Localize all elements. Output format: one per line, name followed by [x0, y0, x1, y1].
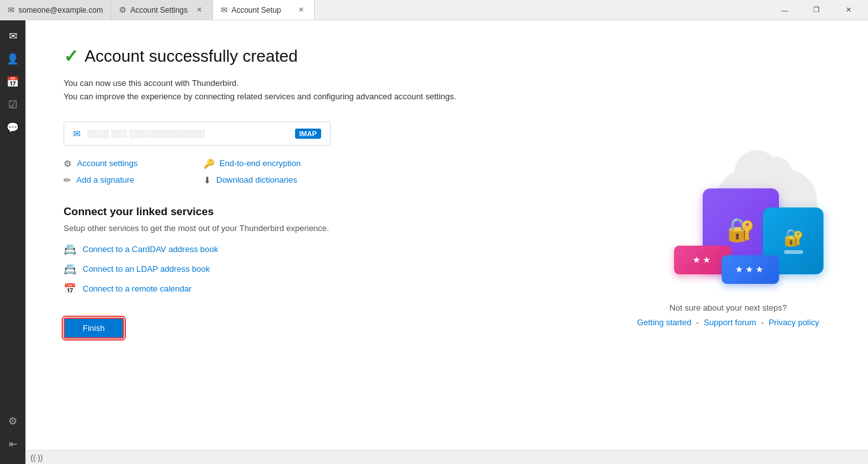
tab-setup-close[interactable]: ✕ [296, 5, 307, 15]
tab-settings-close[interactable]: ✕ [195, 5, 205, 15]
success-title: Account successfully created [85, 46, 298, 66]
action-sig-label: Add a signature [76, 175, 134, 185]
action-account-settings[interactable]: ⚙ Account settings [64, 158, 191, 169]
next-steps: Not sure about your next steps? Getting … [637, 303, 819, 327]
app-layout: ✉ 👤 📅 ☑ 💬 ⚙ ⇤ ✓ Account successfully cre… [0, 20, 868, 464]
sidebar-icon-settings[interactable]: ⚙ [3, 411, 23, 431]
service-calendar[interactable]: 📅 Connect to a remote calendar [64, 283, 601, 295]
teal-dots [784, 250, 803, 254]
sidebar: ✉ 👤 📅 ☑ 💬 ⚙ ⇤ [0, 20, 25, 464]
tab-setup-label: Account Setup [231, 6, 281, 15]
status-bar: ((·)) [25, 450, 868, 464]
service-calendar-label: Connect to a remote calendar [83, 284, 191, 293]
key-icon: 🔑 [203, 158, 214, 169]
tab-account-settings[interactable]: ⚙ Account Settings ✕ [111, 0, 213, 20]
getting-started-link[interactable]: Getting started [637, 318, 691, 327]
pink-stars: ★★ [692, 255, 713, 265]
next-steps-label: Not sure about your next steps? [637, 303, 819, 313]
sidebar-icon-collapse[interactable]: ⇤ [3, 433, 23, 454]
sidebar-icon-contacts[interactable]: 👤 [3, 48, 23, 69]
support-forum-link[interactable]: Support forum [704, 318, 756, 327]
sidebar-icon-chat[interactable]: 💬 [3, 117, 23, 137]
main-content: ✓ Account successfully created You can n… [25, 20, 868, 450]
maximize-button[interactable]: ❐ [802, 0, 831, 20]
success-desc-line1: You can now use this account with Thunde… [64, 77, 601, 90]
service-carddav[interactable]: 📇 Connect to a CardDAV address book [64, 243, 601, 255]
finish-button[interactable]: Finish [64, 318, 124, 339]
card-blue-pass: ★★★ [722, 255, 779, 284]
success-check-icon: ✓ [64, 46, 78, 67]
close-button[interactable]: ✕ [834, 0, 863, 20]
email-tab-icon: ✉ [8, 5, 15, 15]
tab-email[interactable]: ✉ someone@example.com [0, 0, 111, 20]
settings-tab-icon: ⚙ [119, 5, 127, 15]
imap-badge: IMAP [295, 129, 322, 139]
account-email-icon: ✉ [73, 129, 81, 139]
service-ldap[interactable]: 📇 Connect to an LDAP address book [64, 263, 601, 275]
account-info: ░░░░ ░░░ ░░░░░░░░░░░░░░ [87, 129, 205, 138]
linked-services-desc: Setup other services to get the most out… [64, 223, 601, 233]
success-header: ✓ Account successfully created [64, 46, 601, 67]
action-grid: ⚙ Account settings 🔑 End-to-end encrypti… [64, 158, 331, 185]
wifi-icon: ((·)) [31, 453, 43, 462]
sidebar-icon-mail[interactable]: ✉ [3, 25, 23, 46]
sep-2: - [761, 318, 766, 327]
gear-icon: ⚙ [64, 158, 72, 169]
pencil-icon: ✏ [64, 175, 71, 185]
ldap-icon: 📇 [64, 263, 76, 275]
left-panel: ✓ Account successfully created You can n… [64, 46, 601, 425]
illustration: 🔐 🔐 ★★ ★★★ [639, 157, 817, 284]
blue-stars: ★★★ [735, 264, 766, 274]
action-download-dict[interactable]: ⬇ Download dictionaries [203, 175, 331, 185]
window-controls: — ❐ ✕ [765, 0, 868, 20]
account-card-left: ✉ ░░░░ ░░░ ░░░░░░░░░░░░░░ [73, 129, 205, 139]
sidebar-icon-tasks[interactable]: ☑ [3, 94, 23, 115]
tab-account-setup[interactable]: ✉ Account Setup ✕ [213, 0, 315, 20]
privacy-policy-link[interactable]: Privacy policy [769, 318, 819, 327]
action-add-signature[interactable]: ✏ Add a signature [64, 175, 191, 185]
remote-calendar-icon: 📅 [64, 283, 76, 295]
success-desc-line2: You can improve the experience by connec… [64, 90, 601, 104]
shield-key-icon: 🔐 [727, 216, 755, 243]
content-area: ✓ Account successfully created You can n… [25, 20, 868, 464]
minimize-button[interactable]: — [770, 0, 799, 20]
next-steps-links: Getting started - Support forum - Privac… [637, 318, 819, 327]
teal-shield-icon: 🔐 [783, 228, 804, 248]
carddav-icon: 📇 [64, 243, 76, 255]
service-ldap-label: Connect to an LDAP address book [83, 264, 210, 274]
sidebar-icon-calendar[interactable]: 📅 [3, 71, 23, 92]
action-settings-label: Account settings [77, 158, 137, 168]
action-dict-label: Download dictionaries [216, 175, 297, 185]
tab-email-label: someone@example.com [18, 6, 103, 15]
action-e2e-label: End-to-end encryption [219, 158, 301, 168]
success-description: You can now use this account with Thunde… [64, 77, 601, 104]
sidebar-bottom: ⚙ ⇤ [3, 411, 23, 459]
tab-settings-label: Account Settings [130, 6, 188, 15]
sep-1: - [696, 318, 701, 327]
account-card: ✉ ░░░░ ░░░ ░░░░░░░░░░░░░░ IMAP [64, 122, 331, 146]
title-bar: ✉ someone@example.com ⚙ Account Settings… [0, 0, 868, 20]
right-panel: 🔐 🔐 ★★ ★★★ [626, 46, 830, 425]
setup-tab-icon: ✉ [221, 5, 228, 15]
download-icon: ⬇ [203, 175, 211, 185]
action-end-to-end[interactable]: 🔑 End-to-end encryption [203, 158, 331, 169]
service-carddav-label: Connect to a CardDAV address book [83, 244, 218, 254]
linked-services-title: Connect your linked services [64, 206, 601, 218]
tab-bar: ✉ someone@example.com ⚙ Account Settings… [0, 0, 765, 20]
